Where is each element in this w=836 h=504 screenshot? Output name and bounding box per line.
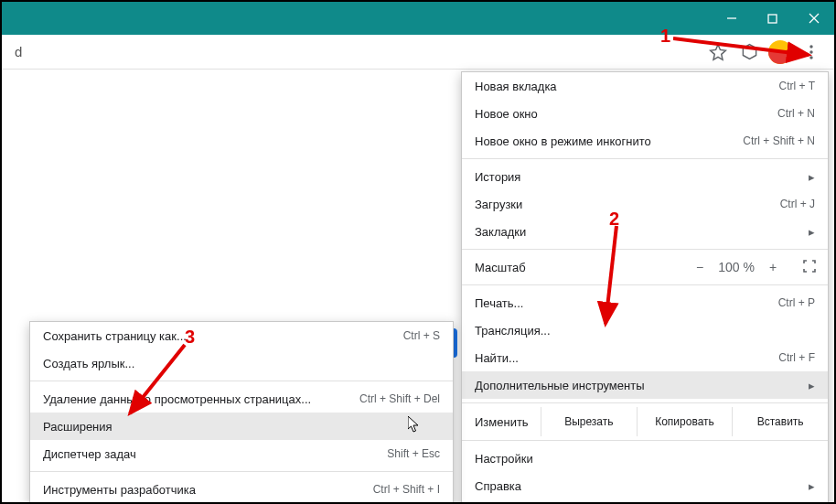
- chevron-right-icon: ▸: [808, 379, 815, 392]
- fullscreen-button[interactable]: [791, 260, 828, 275]
- svg-point-4: [809, 45, 812, 48]
- menu-incognito[interactable]: Новое окно в режиме инкогнитоCtrl + Shif…: [462, 127, 828, 155]
- paste-button[interactable]: Вставить: [732, 407, 828, 436]
- more-tools-submenu: Сохранить страницу как...Ctrl + S Создат…: [29, 321, 454, 504]
- chevron-right-icon: ▸: [808, 479, 815, 493]
- close-icon: [809, 13, 820, 24]
- menu-new-window[interactable]: Новое окноCtrl + N: [462, 100, 828, 127]
- address-bar[interactable]: d: [9, 44, 702, 59]
- cut-button[interactable]: Вырезать: [541, 407, 637, 436]
- menu-edit-row: Изменить Вырезать Копировать Вставить: [462, 407, 828, 436]
- chrome-main-menu: Новая вкладкаCtrl + T Новое окноCtrl + N…: [461, 71, 829, 504]
- submenu-task-manager[interactable]: Диспетчер задачShift + Esc: [30, 440, 453, 467]
- svg-point-5: [809, 50, 812, 53]
- minimize-icon: [726, 13, 737, 24]
- svg-point-6: [809, 56, 812, 59]
- menu-cast[interactable]: Трансляция...: [462, 316, 828, 344]
- browser-toolbar: d: [2, 35, 834, 70]
- profile-button[interactable]: [765, 37, 796, 68]
- menu-bookmarks[interactable]: Закладки▸: [462, 218, 828, 245]
- minimize-button[interactable]: [711, 2, 752, 35]
- chevron-right-icon: ▸: [808, 170, 815, 184]
- menu-print[interactable]: Печать...Ctrl + P: [462, 289, 828, 316]
- chevron-right-icon: ▸: [808, 225, 815, 239]
- avatar-icon: [768, 40, 792, 64]
- submenu-save-as[interactable]: Сохранить страницу как...Ctrl + S: [30, 322, 453, 349]
- zoom-value: 100 %: [718, 260, 755, 274]
- zoom-in-button[interactable]: +: [755, 260, 791, 274]
- submenu-clear-data[interactable]: Удаление данных о просмотренных страница…: [30, 385, 453, 413]
- menu-new-tab[interactable]: Новая вкладкаCtrl + T: [462, 72, 828, 100]
- menu-downloads[interactable]: ЗагрузкиCtrl + J: [462, 190, 828, 218]
- menu-more-tools[interactable]: Дополнительные инструменты▸: [462, 371, 828, 399]
- extensions-icon: [741, 43, 758, 60]
- bookmark-star-button[interactable]: [702, 37, 734, 68]
- maximize-button[interactable]: [752, 2, 793, 35]
- close-button[interactable]: [793, 2, 834, 35]
- menu-find[interactable]: Найти...Ctrl + F: [462, 344, 828, 371]
- submenu-create-shortcut[interactable]: Создать ярлык...: [30, 349, 453, 377]
- submenu-extensions[interactable]: Расширения: [30, 413, 453, 440]
- extensions-button[interactable]: [734, 37, 765, 68]
- window-titlebar: [2, 2, 834, 35]
- star-icon: [709, 43, 727, 61]
- submenu-dev-tools[interactable]: Инструменты разработчикаCtrl + Shift + I: [30, 476, 453, 503]
- chrome-menu-button[interactable]: [796, 37, 827, 68]
- menu-help[interactable]: Справка▸: [462, 472, 828, 499]
- menu-zoom: Масштаб − 100 % +: [462, 253, 828, 281]
- maximize-icon: [767, 14, 777, 24]
- kebab-icon: [809, 45, 813, 59]
- fullscreen-icon: [803, 260, 816, 273]
- copy-button[interactable]: Копировать: [637, 407, 733, 436]
- svg-rect-1: [768, 15, 777, 23]
- menu-history[interactable]: История▸: [462, 163, 828, 190]
- zoom-out-button[interactable]: −: [681, 260, 718, 274]
- menu-settings[interactable]: Настройки: [462, 445, 828, 472]
